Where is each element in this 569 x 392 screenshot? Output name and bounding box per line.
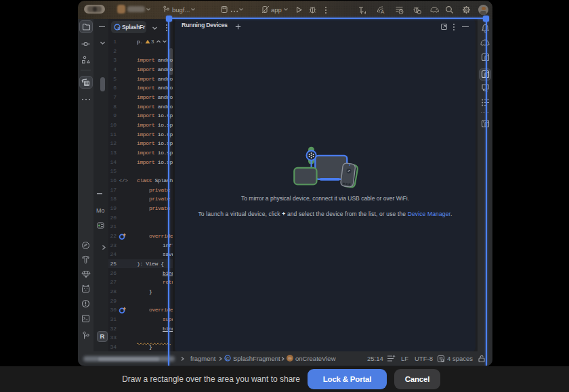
svg-text:A: A <box>381 9 385 14</box>
svg-text:C: C <box>226 357 230 361</box>
